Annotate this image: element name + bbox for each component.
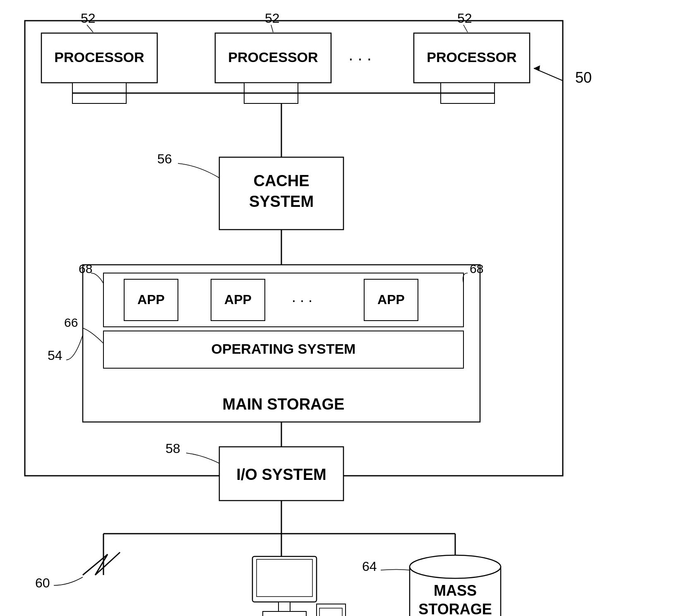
svg-rect-29 (257, 559, 312, 597)
ref-60: 60 (35, 575, 50, 590)
cache-system-label-1: CACHE (253, 172, 309, 189)
svg-rect-30 (278, 602, 290, 612)
io-system-label: I/O SYSTEM (236, 466, 326, 483)
mass-storage-label-2: STORAGE (418, 601, 492, 616)
main-storage-label: MAIN STORAGE (223, 395, 345, 413)
ref-66: 66 (64, 316, 78, 329)
dots-2: · · · (292, 292, 312, 309)
mass-storage-label-1: MASS (434, 582, 477, 599)
cache-system-label-2: SYSTEM (249, 193, 314, 210)
processor-1-label: PROCESSOR (54, 49, 144, 65)
app-1-label: APP (137, 292, 165, 307)
ref-52-3: 52 (457, 11, 472, 26)
ref-54: 54 (48, 348, 62, 363)
ref-68-2: 68 (470, 262, 483, 276)
processor-2-label: PROCESSOR (228, 49, 318, 65)
ref-50: 50 (575, 69, 592, 86)
svg-rect-36 (319, 608, 342, 616)
ref-56: 56 (157, 151, 172, 166)
svg-point-40 (410, 555, 501, 578)
app-3-label: APP (377, 292, 405, 307)
os-label: OPERATING SYSTEM (211, 341, 356, 357)
ref-52-1: 52 (81, 11, 96, 26)
svg-rect-31 (263, 611, 306, 616)
diagram-container: 50 PROCESSOR PROCESSOR · · · PROCESSOR 5… (0, 0, 689, 616)
processor-3-label: PROCESSOR (427, 49, 516, 65)
ref-64: 64 (362, 559, 377, 574)
dots-1: · · · (348, 49, 372, 67)
ref-58: 58 (166, 441, 180, 456)
ref-52-2: 52 (265, 11, 280, 26)
app-2-label: APP (224, 292, 252, 307)
ref-68-1: 68 (79, 262, 92, 276)
